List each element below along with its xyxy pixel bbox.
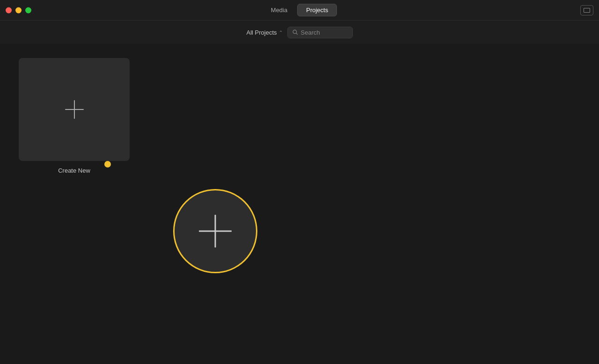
filter-label: All Projects: [246, 29, 277, 36]
create-new-label: Create New: [58, 167, 90, 174]
tab-group: Media Projects: [262, 4, 337, 16]
title-bar: Media Projects: [0, 0, 599, 21]
traffic-lights: [6, 7, 31, 13]
plus-icon: [63, 98, 86, 121]
annotation-container: Create New: [19, 58, 130, 161]
annotation-dot: [104, 161, 111, 167]
search-input[interactable]: [301, 29, 348, 36]
search-box[interactable]: [287, 27, 353, 38]
maximize-button[interactable]: [25, 7, 31, 13]
close-button[interactable]: [6, 7, 12, 13]
search-icon: [292, 29, 298, 35]
minimize-button[interactable]: [15, 7, 22, 13]
chevron-icon: ⌃: [279, 30, 283, 35]
plus-vertical: [74, 100, 75, 119]
toolbar: All Projects ⌃: [0, 21, 599, 44]
zoom-plus-icon: [197, 212, 234, 250]
svg-line-1: [296, 33, 297, 35]
zoom-circle: [173, 189, 257, 273]
tab-media[interactable]: Media: [262, 4, 296, 16]
zoom-plus-vertical: [215, 215, 216, 248]
tab-projects[interactable]: Projects: [297, 4, 337, 16]
create-new-card[interactable]: Create New: [19, 58, 130, 161]
window-tile-button[interactable]: [580, 5, 593, 15]
tile-icon: [584, 8, 590, 13]
main-content: Create New: [0, 44, 599, 364]
filter-dropdown[interactable]: All Projects ⌃: [246, 29, 282, 36]
